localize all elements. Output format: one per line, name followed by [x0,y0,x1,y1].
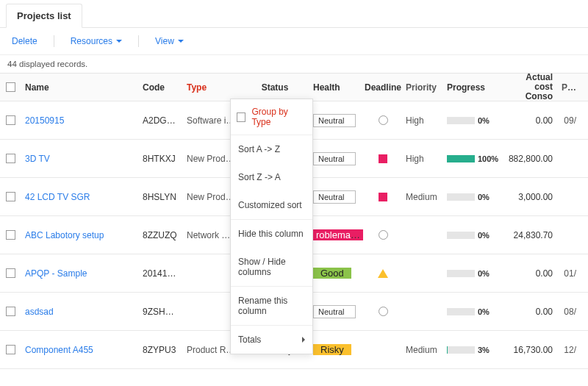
column-headers: Name Code Type Status Health Deadline Pr… [0,74,588,101]
view-label: View [155,36,174,46]
circle-icon [379,230,388,240]
health-select[interactable]: Neutral [309,305,365,318]
chevron-right-icon [302,337,305,343]
chevron-down-icon [116,40,122,43]
sort-za[interactable]: Sort Z -> A [231,163,312,191]
col-priority[interactable]: Priority [401,82,442,93]
progress-bar: 0% [442,193,503,201]
project-code: 8ZYPU3 [138,345,182,355]
project-name-link[interactable]: 3D TV [21,153,138,164]
progress-bar: 0% [442,269,503,278]
resources-menu[interactable]: Resources [71,36,122,46]
project-code: 8ZZUZQ [138,230,182,240]
actual-cost: 24,830.70 [503,230,557,240]
progress-bar: 100% [442,154,503,163]
sort-az[interactable]: Sort A -> Z [231,135,312,163]
row-checkbox[interactable] [0,345,21,354]
col-type[interactable]: Type [182,82,241,93]
col-name[interactable]: Name [21,82,138,93]
col-code[interactable]: Code [138,82,182,93]
select-all-checkbox[interactable] [0,82,21,92]
col-health[interactable]: Health [309,82,365,93]
progress-bar: 0% [442,307,503,316]
row-checkbox[interactable] [0,307,21,316]
project-code: 8HSLYN [138,192,182,202]
group-checkbox[interactable] [237,112,245,122]
deadline-indicator [365,154,401,163]
project-name-link[interactable]: Component A455 [21,344,138,355]
actual-cost: 0.00 [503,268,557,279]
health-select[interactable]: Good [309,268,365,279]
tab-title: Projects list [17,10,71,21]
count-text: 44 displayed records. [7,60,87,68]
row-checkbox[interactable] [0,154,21,163]
project-name-link[interactable]: ABC Labotory setup [21,229,138,240]
group-label: Group by Type [251,107,306,127]
row-checkbox[interactable] [0,268,21,278]
project-name-link[interactable]: asdsad [21,306,138,317]
priority: High [401,154,442,164]
rename-column[interactable]: Rename this column [231,287,312,325]
progress-bar: 3% [442,346,503,354]
col-progress[interactable]: Progress [442,82,503,93]
delete-button[interactable]: Delete [12,36,37,46]
actual-cost: 0.00 [503,307,557,317]
project-name-link[interactable]: 42 LCD TV SGR [21,191,138,202]
health-select[interactable]: Neutral [309,152,365,165]
progress-bar: 0% [442,116,503,125]
col-status[interactable]: Status [241,82,309,93]
tab-bar: Projects list [0,0,588,28]
row-checkbox[interactable] [0,230,21,240]
tab-projects-list[interactable]: Projects list [6,4,82,28]
planned: 09/ [557,115,581,126]
priority: Medium [401,192,442,202]
project-code: 9ZSHMP [138,307,182,317]
col-planned[interactable]: Planne [557,82,581,93]
column-context-menu: Group by Type Sort A -> Z Sort Z -> A Cu… [230,99,313,354]
resources-label: Resources [71,36,112,46]
col-actual-cost[interactable]: Actual cost Conso [503,73,557,102]
health-select[interactable]: Neutral [309,190,365,204]
project-code: 8HTKXJ [138,154,182,164]
hide-column[interactable]: Hide this column [231,220,312,248]
priority: Medium [401,345,442,355]
delete-label: Delete [12,36,37,46]
actual-cost: 16,730.00 [503,345,557,355]
row-checkbox[interactable] [0,115,21,125]
separator [54,35,54,47]
triangle-icon [378,269,388,278]
planned: 12/ [557,345,581,355]
circle-icon [379,307,388,316]
actual-cost: 882,800.00 [503,154,557,164]
planned: 08/ [557,307,581,317]
project-code: A2DGYW [138,115,182,126]
totals-submenu[interactable]: Totals [231,326,312,354]
planned: 01/ [557,268,581,279]
project-name-link[interactable]: APQP - Sample [21,268,138,279]
records-count: 44 displayed records. [0,55,588,74]
deadline-indicator [365,193,401,201]
group-by-type[interactable]: Group by Type [231,99,312,135]
actual-cost: 0.00 [503,115,557,126]
project-code: 2014123a [138,268,182,279]
square-icon [379,154,387,163]
project-name-link[interactable]: 20150915 [21,115,138,126]
actual-cost: 3,000.00 [503,192,557,202]
square-icon [379,193,387,201]
show-hide-columns[interactable]: Show / Hide columns [231,248,312,286]
deadline-indicator [365,269,401,278]
deadline-indicator [365,307,401,316]
view-menu[interactable]: View [155,36,184,46]
deadline-indicator [365,115,401,125]
col-deadline[interactable]: Deadline [365,82,401,93]
circle-icon [379,115,388,125]
progress-bar: 0% [442,231,503,240]
priority: High [401,115,442,126]
health-select[interactable]: Risky [309,344,365,355]
row-checkbox[interactable] [0,192,21,201]
health-select[interactable]: Neutral [309,114,365,127]
custom-sort[interactable]: Customized sort [231,191,312,219]
toolbar: Delete Resources View [0,28,588,55]
chevron-down-icon [178,40,184,43]
health-select[interactable]: roblematic [309,229,365,240]
